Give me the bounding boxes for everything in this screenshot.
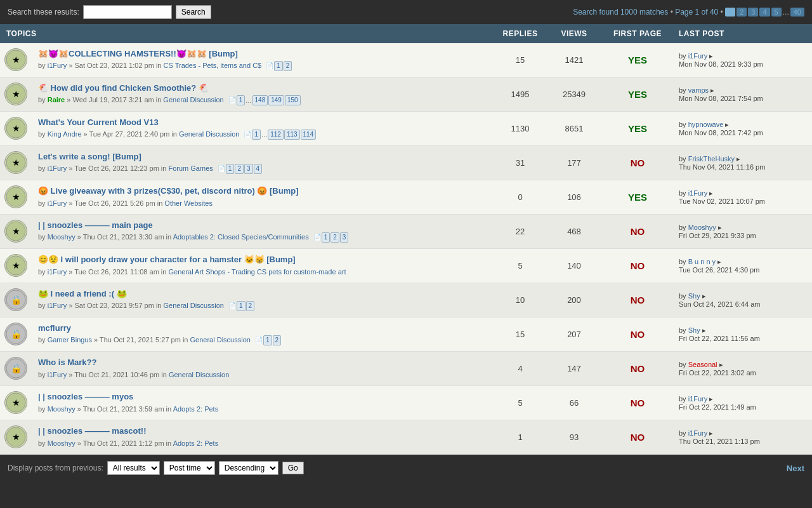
page-link[interactable]: 2 xyxy=(273,335,282,345)
lastpost-arrow: ▸ xyxy=(718,224,722,231)
topic-forum[interactable]: General Discussion xyxy=(179,130,239,138)
lastpost-author[interactable]: i1Fury xyxy=(688,395,708,403)
topic-author[interactable]: i1Fury xyxy=(48,62,67,69)
topic-author[interactable]: i1Fury xyxy=(48,164,67,172)
page-link[interactable]: 1 xyxy=(263,335,272,345)
topic-title-link[interactable]: Who is Mark?? xyxy=(38,358,96,367)
topic-author[interactable]: i1Fury xyxy=(48,302,67,309)
views-cell: 66 xyxy=(546,386,603,420)
page-40[interactable]: 40 xyxy=(790,8,804,17)
page-link[interactable]: 1 xyxy=(322,232,331,243)
page-link[interactable]: 3 xyxy=(340,232,349,243)
topic-forum[interactable]: General Discussion xyxy=(164,302,224,309)
topic-icon-cell: ★ xyxy=(0,249,32,283)
topic-icon: ★ xyxy=(4,151,27,174)
topic-author[interactable]: Raire xyxy=(48,96,65,104)
svg-text:★: ★ xyxy=(12,260,20,271)
lastpost-author[interactable]: FriskTheHusky xyxy=(688,155,735,163)
search-button[interactable]: Search xyxy=(176,5,211,19)
page-4[interactable]: 4 xyxy=(759,8,769,17)
page-link[interactable]: 1 xyxy=(237,95,246,105)
topic-title-link[interactable]: 🐸 I need a friend :( 🐸 xyxy=(38,289,127,298)
page-link[interactable]: 1 xyxy=(274,61,283,71)
topic-author[interactable]: King Andre xyxy=(48,130,82,138)
page-link[interactable]: 2 xyxy=(284,61,292,71)
table-row: ★ What's Your Current Mood V13by King An… xyxy=(0,112,812,146)
page-link[interactable]: 114 xyxy=(301,130,317,140)
topic-forum[interactable]: Adopts 2: Pets xyxy=(173,405,219,413)
page-links: 📄12 xyxy=(228,301,254,311)
page-link[interactable]: 149 xyxy=(268,95,284,105)
topic-author[interactable]: i1Fury xyxy=(48,371,67,378)
topic-author[interactable]: Mooshyy xyxy=(48,405,75,413)
search-input[interactable] xyxy=(83,5,172,19)
lastpost-author[interactable]: i1Fury xyxy=(688,52,708,60)
topic-author[interactable]: Mooshyy xyxy=(48,439,75,447)
go-button[interactable]: Go xyxy=(282,462,304,474)
page-link[interactable]: 150 xyxy=(285,95,301,105)
topic-forum[interactable]: General Discussion xyxy=(163,96,223,104)
topic-author[interactable]: Mooshyy xyxy=(48,233,75,241)
svg-text:★: ★ xyxy=(12,192,20,202)
sort-select[interactable]: Post time Subject Author xyxy=(164,461,215,475)
topic-title-link[interactable]: What's Your Current Mood V13 xyxy=(38,117,159,127)
lastpost-cell: by Mooshyy ▸Fri Oct 29, 2021 9:33 pm xyxy=(672,215,812,249)
topic-forum[interactable]: Other Websites xyxy=(164,199,213,207)
topic-title-link[interactable]: 😡 Live giveaway with 3 prizes(C$30, pet,… xyxy=(38,186,299,196)
topic-title-link[interactable]: | | snoozles ——— mascot!! xyxy=(38,426,147,436)
lastpost-date: Mon Nov 08, 2021 7:42 pm xyxy=(679,129,763,137)
page-link[interactable]: 113 xyxy=(284,130,300,140)
lastpost-author[interactable]: Seasonal xyxy=(688,361,717,368)
table-row: 🔒 mcflurryby Gamer Bingus » Thu Oct 21, … xyxy=(0,318,812,352)
replies-cell: 31 xyxy=(495,146,546,180)
page-link[interactable]: 2 xyxy=(331,232,339,243)
page-5[interactable]: 5 xyxy=(771,8,782,17)
topic-author[interactable]: i1Fury xyxy=(48,268,67,276)
topic-forum[interactable]: Adopts 2: Pets xyxy=(173,439,219,447)
topic-forum[interactable]: General Art Shops - Trading CS pets for … xyxy=(168,268,346,276)
firstpage-cell: NO xyxy=(603,318,672,352)
page-link[interactable]: 112 xyxy=(268,130,284,140)
page-link[interactable]: 1 xyxy=(252,130,261,140)
topic-title-link[interactable]: 🐹😈🐹COLLECTING HAMSTERS!!😈🐹🐹 [Bump] xyxy=(38,49,238,58)
lastpost-author[interactable]: B u n n y xyxy=(688,258,716,265)
page-link[interactable]: 148 xyxy=(252,95,268,105)
lastpost-author[interactable]: Shy xyxy=(688,326,700,334)
next-button[interactable]: Next xyxy=(787,464,804,473)
lastpost-author[interactable]: Mooshyy xyxy=(688,224,716,231)
page-1[interactable]: 1 xyxy=(725,8,735,17)
topic-author[interactable]: Gamer Bingus xyxy=(48,336,92,344)
topic-author[interactable]: i1Fury xyxy=(48,199,67,207)
topic-title-link[interactable]: 🐔 How did you find Chicken Smoothie? 🐔 xyxy=(38,83,209,93)
topic-icon-cell: ★ xyxy=(0,215,32,249)
lastpost-author[interactable]: vamps xyxy=(688,86,709,94)
topic-title-link[interactable]: | | snoozles ——— main page xyxy=(38,220,153,230)
topic-forum[interactable]: Adoptables 2: Closed Species/Communities xyxy=(173,233,309,241)
topic-icon-cell: ★ xyxy=(0,420,32,455)
page-link[interactable]: 2 xyxy=(246,301,255,311)
firstpage-badge: YES xyxy=(628,89,647,100)
topic-forum[interactable]: Forum Games xyxy=(168,164,213,172)
lastpost-date: Mon Nov 08, 2021 9:33 pm xyxy=(679,60,763,68)
topic-title-link[interactable]: 😊😟 I will poorly draw your character for… xyxy=(38,255,296,264)
order-select[interactable]: Descending Ascending xyxy=(219,461,278,475)
lastpost-author[interactable]: Shy xyxy=(688,292,700,300)
lastpost-author[interactable]: i1Fury xyxy=(688,429,708,437)
page-link[interactable]: 1 xyxy=(226,164,235,174)
topic-title-link[interactable]: mcflurry xyxy=(38,323,71,333)
topic-title-link[interactable]: | | snoozles ——— myos xyxy=(38,392,133,401)
lastpost-author[interactable]: i1Fury xyxy=(688,189,708,197)
lastpost-author[interactable]: hypnowave xyxy=(688,121,724,128)
topic-title-link[interactable]: Let's write a song! [Bump] xyxy=(38,152,141,161)
page-link[interactable]: 1 xyxy=(237,301,246,311)
filter-select[interactable]: All results Posts Topics xyxy=(107,461,160,475)
topic-forum[interactable]: General Discussion xyxy=(190,336,251,344)
page-link[interactable]: 2 xyxy=(235,164,244,174)
page-3[interactable]: 3 xyxy=(748,8,758,17)
topic-forum[interactable]: General Discussion xyxy=(169,371,229,378)
page-2[interactable]: 2 xyxy=(737,8,747,17)
page-link[interactable]: 4 xyxy=(254,164,263,174)
topic-forum[interactable]: CS Trades - Pets, items and C$ xyxy=(164,62,262,69)
views-cell: 1421 xyxy=(546,43,603,77)
page-link[interactable]: 3 xyxy=(244,164,253,174)
